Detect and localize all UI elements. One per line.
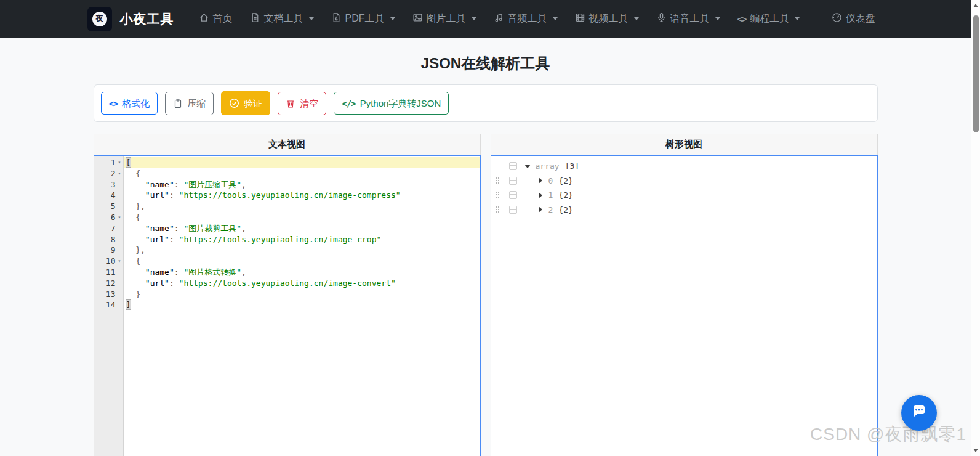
chevron-down-icon: [553, 17, 558, 20]
tree-node-badge: {2}: [558, 205, 572, 214]
format-button[interactable]: <>格式化: [101, 92, 158, 115]
code-line-3[interactable]: 3 "name": "图片压缩工具",: [94, 179, 480, 190]
toolbar: <>格式化压缩验证清空</>Python字典转JSON: [94, 84, 878, 122]
app-logo[interactable]: 夜: [87, 7, 112, 31]
nav-item-label: 图片工具: [427, 12, 466, 25]
nav-item-dashboard[interactable]: 仪表盘: [823, 7, 884, 30]
line-number: 14: [106, 299, 116, 311]
chat-button[interactable]: [901, 395, 937, 431]
app-logo-glyph: 夜: [92, 12, 107, 26]
fold-caret-icon[interactable]: ▾: [116, 212, 124, 223]
page-scrollbar[interactable]: [971, 0, 980, 456]
expand-caret-icon[interactable]: [539, 177, 542, 184]
code-lines[interactable]: 1▾[2▾ {3 "name": "图片压缩工具",4 "url": "http…: [94, 156, 480, 456]
copy-node-icon[interactable]: [509, 177, 517, 185]
watermark: CSDN @夜雨飘零1: [810, 423, 966, 446]
line-number: 5: [111, 201, 116, 212]
tree-row-0[interactable]: array[3]: [491, 159, 877, 174]
nav-item-label: 音频工具: [508, 12, 547, 25]
chevron-down-icon: [309, 17, 314, 20]
tree-node-badge: {2}: [558, 190, 572, 200]
fold-caret-icon[interactable]: ▾: [116, 168, 124, 179]
music-icon: [494, 12, 504, 25]
nav-item-2[interactable]: PDF工具: [323, 7, 404, 30]
code-line-5[interactable]: 5 },: [94, 201, 480, 212]
code-line-12[interactable]: 12 "url": "https://tools.yeyupiaoling.cn…: [94, 278, 480, 289]
line-number: 10: [106, 256, 116, 267]
nav-item-label: 语音工具: [670, 12, 710, 25]
expand-caret-icon[interactable]: [539, 192, 542, 198]
nav-item-7[interactable]: <>编程工具: [729, 7, 809, 30]
code-line-6[interactable]: 6▾ {: [94, 212, 480, 223]
compress-button[interactable]: 压缩: [165, 92, 214, 115]
collapse-caret-icon[interactable]: [524, 165, 531, 168]
navbar: 夜 小夜工具 首页文档工具PDF工具图片工具音频工具视频工具语音工具<>编程工具…: [0, 0, 971, 38]
film-icon: [575, 12, 585, 25]
code-line-11[interactable]: 11 "name": "图片格式转换",: [94, 267, 480, 278]
nav-item-5[interactable]: 视频工具: [566, 7, 648, 30]
tree-node-label: 0: [548, 176, 553, 185]
drag-handle-icon[interactable]: [496, 192, 500, 198]
tree-row-3[interactable]: 2{2}: [491, 203, 877, 218]
brand-title[interactable]: 小夜工具: [120, 10, 174, 28]
nav-item-label: PDF工具: [345, 12, 385, 25]
fold-caret-icon[interactable]: ▾: [116, 157, 124, 168]
code-line-7[interactable]: 7 "name": "图片裁剪工具",: [94, 223, 480, 234]
line-number: 9: [111, 245, 116, 256]
tree-view-panel: 树形视图 array[3]0{2}1{2}2{2}: [491, 134, 878, 456]
tree-node-badge: [3]: [565, 161, 579, 171]
scroll-up-arrow[interactable]: [973, 4, 978, 7]
navbar-right: 仪表盘: [823, 7, 884, 30]
code-line-13[interactable]: 13 }: [94, 289, 480, 300]
line-number: 11: [106, 267, 116, 278]
line-number: 12: [106, 278, 116, 289]
scrollbar-thumb[interactable]: [973, 15, 979, 132]
file-icon: [250, 12, 260, 25]
nav-item-1[interactable]: 文档工具: [241, 7, 323, 30]
code-line-14[interactable]: 14]: [94, 299, 480, 311]
code-line-1[interactable]: 1▾[: [94, 157, 480, 168]
chevron-down-icon: [390, 17, 395, 20]
line-number: 2: [111, 168, 116, 179]
button-label: 压缩: [187, 99, 206, 108]
copy-node-icon[interactable]: [509, 162, 517, 170]
code-line-10[interactable]: 10▾ {: [94, 256, 480, 267]
line-number: 4: [111, 190, 116, 201]
code-line-4[interactable]: 4 "url": "https://tools.yeyupiaoling.cn/…: [94, 190, 480, 201]
page: 夜 小夜工具 首页文档工具PDF工具图片工具音频工具视频工具语音工具<>编程工具…: [0, 0, 971, 456]
json-text-editor[interactable]: 1▾[2▾ {3 "name": "图片压缩工具",4 "url": "http…: [94, 155, 481, 456]
py2json-button[interactable]: </>Python字典转JSON: [334, 92, 449, 115]
nav-item-0[interactable]: 首页: [190, 7, 241, 30]
nav-item-label: 首页: [213, 12, 233, 25]
nav-item-4[interactable]: 音频工具: [485, 7, 566, 30]
fold-caret-icon[interactable]: ▾: [116, 256, 124, 267]
gauge-icon: [832, 12, 842, 25]
code-line-2[interactable]: 2▾ {: [94, 168, 480, 179]
copy-node-icon[interactable]: [509, 191, 517, 199]
tree-view-header: 树形视图: [491, 134, 878, 155]
scroll-down-arrow[interactable]: [973, 449, 978, 452]
clipboard-icon: [173, 99, 183, 108]
check-circle-icon: [229, 98, 239, 108]
trash-icon: [286, 99, 295, 108]
expand-caret-icon[interactable]: [539, 206, 542, 213]
nav-item-label: 编程工具: [750, 12, 789, 25]
tree-row-1[interactable]: 0{2}: [491, 174, 877, 189]
code-line-9[interactable]: 9 },: [94, 245, 480, 256]
copy-node-icon[interactable]: [509, 206, 517, 214]
drag-handle-icon[interactable]: [496, 206, 500, 213]
code-icon: <>: [737, 14, 747, 25]
code-line-8[interactable]: 8 "url": "https://tools.yeyupiaoling.cn/…: [94, 234, 480, 245]
json-tree-editor[interactable]: array[3]0{2}1{2}2{2}: [491, 155, 878, 456]
button-label: 格式化: [122, 99, 150, 108]
drag-handle-icon[interactable]: [496, 177, 500, 184]
chevron-down-icon: [715, 17, 720, 20]
clear-button[interactable]: 清空: [278, 92, 326, 115]
nav-item-6[interactable]: 语音工具: [648, 7, 729, 30]
line-number: 8: [111, 234, 116, 245]
validate-button[interactable]: 验证: [221, 91, 270, 115]
tree-row-2[interactable]: 1{2}: [491, 188, 877, 203]
nav-item-3[interactable]: 图片工具: [404, 7, 485, 30]
button-label: 验证: [244, 99, 262, 108]
nav-item-label: 文档工具: [264, 12, 303, 25]
